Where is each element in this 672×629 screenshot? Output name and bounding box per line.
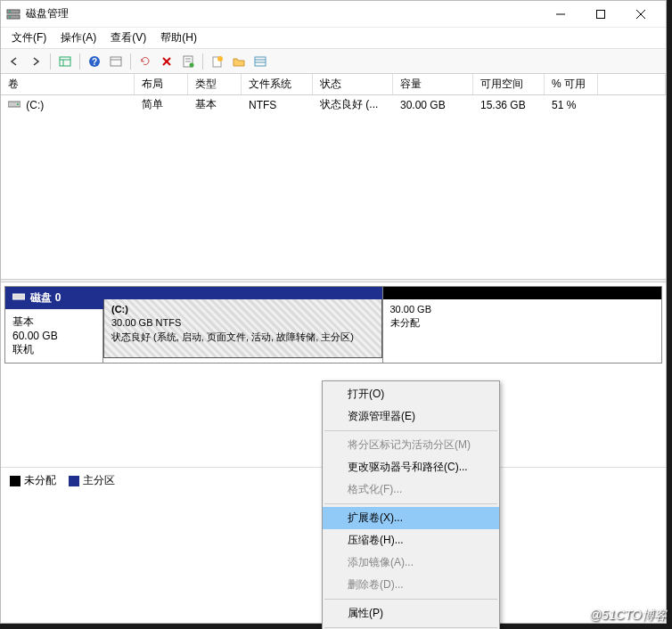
- drive-icon: [8, 99, 20, 108]
- volume-free: 15.36 GB: [473, 97, 545, 113]
- watermark: @51CTO博客: [589, 608, 667, 624]
- disk-size: 60.00 GB: [12, 330, 95, 342]
- maximize-button[interactable]: [580, 1, 620, 27]
- back-button[interactable]: [4, 52, 24, 71]
- settings-button[interactable]: [106, 52, 126, 71]
- disk-type: 基本: [12, 314, 95, 330]
- cm-mark-active: 将分区标记为活动分区(M): [323, 434, 499, 456]
- window-controls: [540, 1, 660, 27]
- cm-properties[interactable]: 属性(P): [323, 602, 499, 625]
- table-row[interactable]: (C:) 简单 基本 NTFS 状态良好 (... 30.00 GB 15.36…: [1, 95, 666, 114]
- minimize-button[interactable]: [540, 1, 580, 27]
- disk-layout: (C:) 30.00 GB NTFS 状态良好 (系统, 启动, 页面文件, 活…: [103, 287, 661, 363]
- part-c-name: (C:): [111, 303, 374, 316]
- col-pctfree[interactable]: % 可用: [545, 74, 598, 94]
- svg-rect-5: [596, 10, 604, 18]
- col-capacity[interactable]: 容量: [393, 74, 473, 94]
- delete-icon[interactable]: [157, 52, 176, 71]
- col-filesystem[interactable]: 文件系统: [242, 74, 313, 94]
- svg-point-22: [217, 56, 223, 61]
- disk-state: 联机: [12, 342, 95, 357]
- app-icon: [6, 7, 20, 21]
- cm-shrink-volume[interactable]: 压缩卷(H)...: [323, 529, 499, 551]
- svg-point-3: [9, 16, 11, 18]
- volume-type: 基本: [188, 95, 242, 114]
- titlebar: 磁盘管理: [1, 1, 666, 28]
- menu-help[interactable]: 帮助(H): [153, 28, 204, 48]
- legend-unallocated: 未分配: [24, 474, 56, 486]
- folder-icon[interactable]: [229, 52, 249, 71]
- col-status[interactable]: 状态: [313, 74, 393, 94]
- close-button[interactable]: [620, 1, 660, 27]
- svg-point-27: [17, 103, 19, 105]
- svg-rect-23: [255, 57, 266, 66]
- disk-header: 磁盘 0: [5, 287, 103, 309]
- window-title: 磁盘管理: [26, 6, 540, 21]
- volume-layout: 简单: [135, 95, 188, 114]
- col-layout[interactable]: 布局: [135, 74, 188, 94]
- volume-pctfree: 51 %: [545, 97, 598, 113]
- svg-rect-28: [12, 294, 25, 299]
- svg-point-20: [190, 62, 194, 67]
- volume-name: (C:): [26, 99, 44, 111]
- svg-rect-13: [111, 57, 121, 66]
- volume-table-body: (C:) 简单 基本 NTFS 状态良好 (... 30.00 GB 15.36…: [1, 95, 666, 279]
- part-u-status: 未分配: [390, 316, 655, 330]
- disk-row: 磁盘 0 基本 60.00 GB 联机 (C:) 30.00 GB NTFS 状…: [4, 286, 662, 364]
- part-u-size: 30.00 GB: [390, 303, 655, 316]
- partition-c[interactable]: (C:) 30.00 GB NTFS 状态良好 (系统, 启动, 页面文件, 活…: [103, 287, 383, 363]
- part-c-size: 30.00 GB NTFS: [111, 316, 374, 330]
- col-volume[interactable]: 卷: [1, 74, 135, 94]
- part-c-status: 状态良好 (系统, 启动, 页面文件, 活动, 故障转储, 主分区): [111, 331, 374, 344]
- forward-button[interactable]: [26, 52, 45, 71]
- toolbar: ?: [1, 49, 666, 74]
- volume-fs: NTFS: [242, 97, 313, 113]
- disk-management-window: 磁盘管理 文件(F) 操作(A) 查看(V) 帮助(H) ? 卷 布局 类型 文…: [0, 0, 667, 624]
- volume-status: 状态良好 (...: [313, 95, 393, 114]
- menubar: 文件(F) 操作(A) 查看(V) 帮助(H): [1, 28, 666, 49]
- cm-format: 格式化(F)...: [323, 478, 499, 501]
- properties-icon[interactable]: [178, 52, 198, 71]
- svg-point-2: [9, 11, 11, 12]
- context-menu: 打开(O) 资源管理器(E) 将分区标记为活动分区(M) 更改驱动器号和路径(C…: [322, 380, 500, 629]
- volume-capacity: 30.00 GB: [393, 97, 473, 113]
- legend-primary: 主分区: [83, 474, 115, 486]
- cm-add-mirror: 添加镜像(A)...: [323, 551, 499, 574]
- menu-view[interactable]: 查看(V): [103, 28, 153, 48]
- menu-file[interactable]: 文件(F): [4, 28, 53, 48]
- cm-open[interactable]: 打开(O): [323, 383, 499, 405]
- show-hide-tree-button[interactable]: [55, 52, 75, 71]
- cm-delete-volume: 删除卷(D)...: [323, 574, 499, 596]
- col-type[interactable]: 类型: [188, 74, 242, 94]
- col-free[interactable]: 可用空间: [473, 74, 545, 94]
- list-icon[interactable]: [250, 52, 270, 71]
- svg-text:?: ?: [92, 57, 97, 67]
- svg-rect-8: [60, 57, 70, 66]
- cm-explorer[interactable]: 资源管理器(E): [323, 405, 499, 428]
- legend-swatch-primary: [69, 476, 79, 486]
- disk-icon: [12, 291, 25, 300]
- cm-extend-volume[interactable]: 扩展卷(X)...: [323, 507, 499, 529]
- new-icon[interactable]: [208, 52, 227, 71]
- help-button[interactable]: ?: [85, 52, 104, 71]
- cm-change-letter[interactable]: 更改驱动器号和路径(C)...: [323, 456, 499, 478]
- refresh-button[interactable]: [135, 52, 155, 71]
- partition-unallocated[interactable]: 30.00 GB 未分配: [383, 287, 662, 363]
- legend-swatch-unallocated: [10, 476, 20, 486]
- disk-info[interactable]: 基本 60.00 GB 联机: [5, 309, 103, 363]
- menu-action[interactable]: 操作(A): [53, 28, 103, 48]
- volume-table-header: 卷 布局 类型 文件系统 状态 容量 可用空间 % 可用: [1, 74, 666, 95]
